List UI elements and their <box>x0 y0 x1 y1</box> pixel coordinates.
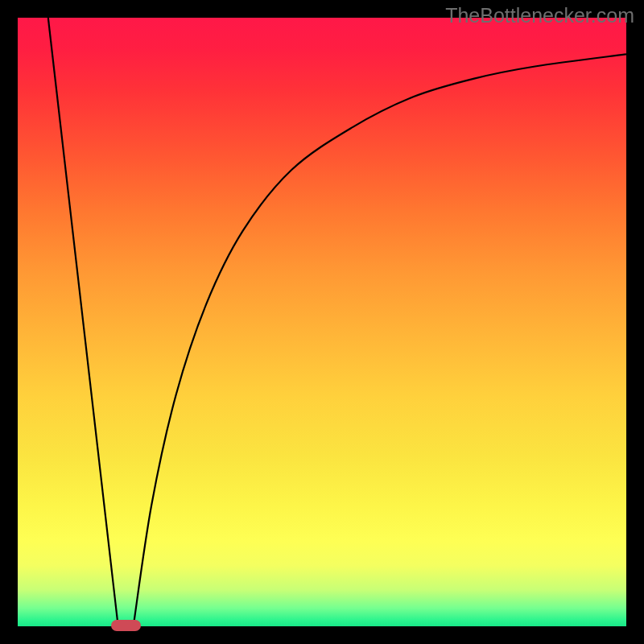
left-descending-line <box>48 18 118 626</box>
minimum-marker <box>111 620 142 631</box>
watermark-text: TheBottlenecker.com <box>445 4 634 27</box>
chart-container: TheBottlenecker.com <box>0 0 644 644</box>
right-rising-curve <box>134 54 626 626</box>
chart-curves <box>18 18 626 626</box>
